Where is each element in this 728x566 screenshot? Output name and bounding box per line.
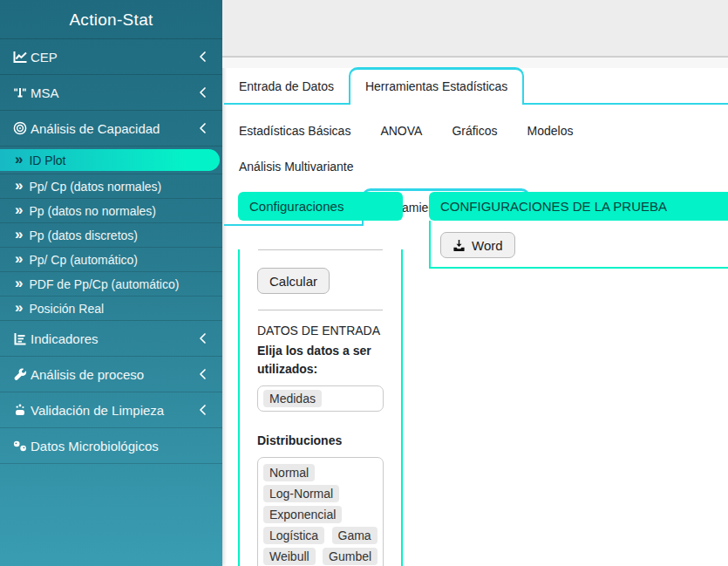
sidebar-item-label: CEP xyxy=(31,50,58,65)
distribution-chip-gama[interactable]: Gama xyxy=(332,527,378,544)
tab-analisis-multivariante[interactable]: Análisis Multivariante xyxy=(224,150,369,183)
measure-icon xyxy=(10,86,31,99)
sidebar-item-label: Datos Microbiológicos xyxy=(31,439,159,453)
double-chevron-right-icon: » xyxy=(15,227,23,242)
sidebar-item-indicadores[interactable]: Indicadores xyxy=(0,320,222,356)
sidebar-item-analisis-capacidad[interactable]: Análisis de Capacidad xyxy=(0,110,222,146)
sidebar-subitem-label: Posición Real xyxy=(29,302,104,316)
top-header-bar xyxy=(222,0,728,58)
microbes-icon xyxy=(10,440,31,453)
distribution-chip-logistica[interactable]: Logística xyxy=(263,527,324,544)
test-configurations-header: CONFIGURACIONES DE LA PRUEBA xyxy=(429,192,728,221)
data-select-input[interactable]: Medidas xyxy=(257,385,384,412)
sidebar-subitem-ppcp-normales[interactable]: » Pp/ Cp (datos normales) xyxy=(0,174,222,199)
chevron-left-icon xyxy=(198,122,207,134)
sidebar-item-msa[interactable]: MSA xyxy=(0,74,222,110)
primary-tab-bar: Entrada de Datos Herramientas Estadístic… xyxy=(224,68,728,105)
tab-entrada-de-datos[interactable]: Entrada de Datos xyxy=(224,70,349,103)
chevron-left-icon xyxy=(198,332,207,344)
chevron-left-icon xyxy=(198,51,207,63)
sidebar-subitem-posicion-real[interactable]: » Posición Real xyxy=(0,297,222,320)
app-title: Action-Stat xyxy=(0,0,222,38)
download-icon xyxy=(452,239,466,252)
distribution-row: Log-Normal xyxy=(263,485,378,502)
app-window: Action-Stat CEP MSA xyxy=(0,0,728,566)
distribution-chip-log-normal[interactable]: Log-Normal xyxy=(263,485,339,502)
sidebar-subitem-pp-no-normales[interactable]: » Pp (datos no normales) xyxy=(0,199,222,223)
distribution-row: Exponencial xyxy=(263,506,378,523)
distribution-chip-gumbel[interactable]: Gumbel xyxy=(323,548,378,565)
capability-submenu: » ID Plot » Pp/ Cp (datos normales) » Pp… xyxy=(0,146,222,320)
test-configurations-body: Word xyxy=(429,221,728,269)
distributions-label: Distribuciones xyxy=(257,432,384,450)
calculate-button[interactable]: Calcular xyxy=(257,268,330,294)
cleaning-icon xyxy=(10,403,31,417)
sidebar-subitem-label: PDF de Pp/Cp (automático) xyxy=(29,277,179,291)
sidebar-item-label: Análisis de proceso xyxy=(31,367,144,382)
double-chevron-right-icon: » xyxy=(15,276,23,290)
double-chevron-right-icon: » xyxy=(15,152,23,167)
sidebar-subitem-pp-discretos[interactable]: » Pp (datos discretos) xyxy=(0,223,222,248)
double-chevron-right-icon: » xyxy=(15,300,23,315)
chevron-left-icon xyxy=(198,404,207,416)
sidebar-subitem-label: ID Plot xyxy=(29,153,65,167)
chevron-left-icon xyxy=(198,368,207,380)
sidebar-item-validacion-limpieza[interactable]: Validación de Limpieza xyxy=(0,392,222,427)
sidebar-subitem-id-plot-active[interactable]: » ID Plot xyxy=(0,149,220,171)
tab-modelos[interactable]: Modelos xyxy=(513,114,589,147)
sidebar: Action-Stat CEP MSA xyxy=(0,0,222,566)
choose-data-label: Elija los datos a ser utilizados: xyxy=(257,342,384,378)
input-data-section-title: DATOS DE ENTRADA xyxy=(257,324,384,338)
sidebar-subitem-label: Pp (datos discretos) xyxy=(29,228,138,242)
distribution-chip-normal[interactable]: Normal xyxy=(263,464,315,481)
distribution-chip-exponencial[interactable]: Exponencial xyxy=(263,506,342,523)
sidebar-subitem-pdf-ppcp[interactable]: » PDF de Pp/Cp (automático) xyxy=(0,272,222,297)
export-word-label: Word xyxy=(472,238,503,253)
sidebar-item-label: Validación de Limpieza xyxy=(31,403,164,418)
indicators-icon xyxy=(10,332,31,345)
sidebar-divider xyxy=(0,463,222,464)
distribution-row: Normal xyxy=(263,464,378,481)
sidebar-item-label: Indicadores xyxy=(31,331,99,346)
target-icon xyxy=(10,121,31,135)
chart-line-icon xyxy=(10,51,31,64)
configurations-panel: Configuraciones Calcular DATOS DE ENTRAD… xyxy=(238,192,403,566)
test-configurations-panel: CONFIGURACIONES DE LA PRUEBA Word xyxy=(429,192,728,269)
sidebar-item-datos-microbiologicos[interactable]: Datos Microbiológicos xyxy=(0,427,222,463)
double-chevron-right-icon: » xyxy=(15,251,23,266)
sidebar-item-label: Análisis de Capacidad xyxy=(31,121,160,136)
configurations-panel-body: Calcular DATOS DE ENTRADA Elija los dato… xyxy=(238,249,403,566)
distribution-chip-weibull[interactable]: Weibull xyxy=(263,548,316,565)
sidebar-subitem-label: Pp/ Cp (automático) xyxy=(29,253,138,267)
tab-anova[interactable]: ANOVA xyxy=(365,114,437,147)
tab-graficos[interactable]: Gráficos xyxy=(437,114,512,147)
sidebar-subitem-label: Pp (datos no normales) xyxy=(29,204,156,218)
export-word-button[interactable]: Word xyxy=(440,232,515,258)
sidebar-item-label: MSA xyxy=(31,85,59,100)
sidebar-subitem-ppcp-automatico[interactable]: » Pp/ Cp (automático) xyxy=(0,248,222,272)
tab-herramientas-estadisticas[interactable]: Herramientas Estadísticas xyxy=(349,67,524,105)
double-chevron-right-icon: » xyxy=(15,202,23,217)
divider xyxy=(258,249,383,250)
divider xyxy=(258,310,383,310)
distributions-listbox[interactable]: Normal Log-Normal Exponencial Logística … xyxy=(257,457,384,566)
distribution-row: Logística Gama xyxy=(263,527,378,544)
tab-estadisticas-basicas[interactable]: Estadísticas Básicas xyxy=(224,114,365,147)
distribution-row: Weibull Gumbel xyxy=(263,548,378,565)
configurations-panel-header: Configuraciones xyxy=(238,192,403,221)
sidebar-subitem-label: Pp/ Cp (datos normales) xyxy=(29,180,161,194)
sidebar-item-cep[interactable]: CEP xyxy=(0,38,222,74)
selected-data-chip[interactable]: Medidas xyxy=(263,390,322,407)
chevron-left-icon xyxy=(198,86,207,99)
sidebar-item-analisis-proceso[interactable]: Análisis de proceso xyxy=(0,356,222,392)
wrench-icon xyxy=(10,368,31,381)
double-chevron-right-icon: » xyxy=(15,178,23,193)
